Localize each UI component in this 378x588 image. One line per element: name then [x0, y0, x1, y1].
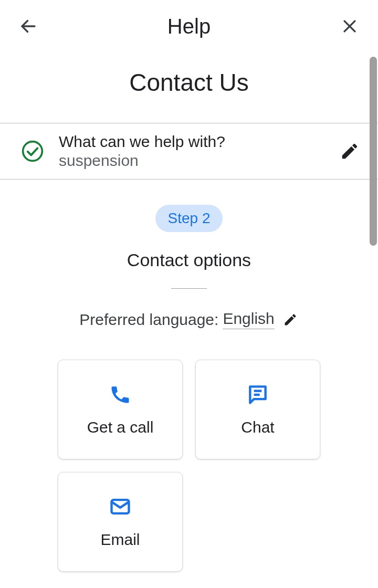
check-circle-icon: [21, 140, 44, 163]
phone-icon: [109, 383, 132, 406]
contact-options-grid: Get a call Chat Email: [0, 360, 378, 572]
chat-icon: [246, 383, 269, 406]
email-icon: [109, 495, 132, 518]
step1-summary-row: What can we help with? suspension: [0, 123, 378, 180]
chat-option[interactable]: Chat: [195, 360, 320, 459]
language-value: English: [223, 310, 274, 329]
option-label: Get a call: [87, 418, 154, 436]
header: Help: [0, 0, 378, 52]
back-button[interactable]: [16, 14, 41, 39]
close-button[interactable]: [337, 14, 362, 39]
close-icon: [341, 17, 359, 35]
arrow-back-icon: [19, 17, 38, 36]
option-label: Email: [100, 531, 140, 549]
pencil-icon: [340, 141, 360, 161]
pencil-icon: [283, 312, 298, 327]
option-label: Chat: [241, 418, 274, 436]
step1-question: What can we help with?: [59, 133, 322, 151]
step1-answer: suspension: [59, 152, 322, 170]
preferred-language-row: Preferred language: English: [0, 310, 378, 329]
step1-text: What can we help with? suspension: [59, 133, 322, 170]
step2-badge: Step 2: [155, 205, 223, 232]
get-a-call-option[interactable]: Get a call: [58, 360, 183, 459]
divider: [171, 288, 207, 289]
scrollbar[interactable]: [370, 57, 377, 246]
step2-badge-wrap: Step 2: [0, 205, 378, 232]
contact-options-title: Contact options: [0, 250, 378, 270]
svg-point-3: [23, 142, 43, 161]
header-title: Help: [167, 15, 211, 38]
edit-language-button[interactable]: [282, 311, 299, 328]
email-option[interactable]: Email: [58, 472, 183, 572]
language-label: Preferred language:: [79, 311, 218, 329]
page-title: Contact Us: [0, 52, 378, 123]
edit-step1-button[interactable]: [337, 139, 362, 164]
